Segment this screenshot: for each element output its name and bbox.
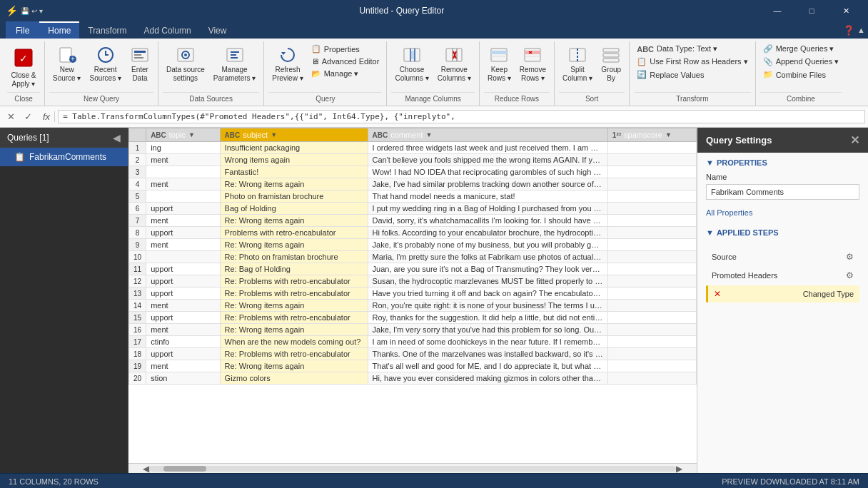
table-row[interactable]: 11upportRe: Bag of HoldingJuan, are you … bbox=[129, 263, 697, 275]
tab-transform[interactable]: Transform bbox=[79, 21, 135, 39]
data-type-button[interactable]: ABC Data Type: Text ▾ bbox=[634, 43, 750, 55]
close-apply-button[interactable]: ✓ Close &Apply ▾ bbox=[7, 43, 40, 91]
col-header-spamscore[interactable]: 1²³ spamscore ▼ bbox=[607, 128, 696, 142]
step-promoted-headers[interactable]: Promoted Headers ⚙ bbox=[706, 267, 859, 284]
properties-button[interactable]: 📋 Properties bbox=[308, 43, 383, 55]
scroll-right-arrow[interactable]: ▶ bbox=[676, 464, 682, 474]
formula-input[interactable] bbox=[58, 110, 865, 123]
spamscore-dropdown-icon[interactable]: ▼ bbox=[665, 131, 672, 138]
scrollbar-thumb[interactable] bbox=[163, 466, 206, 472]
split-column-button[interactable]: SplitColumn ▾ bbox=[559, 43, 596, 85]
append-queries-button[interactable]: 📎 Append Queries ▾ bbox=[760, 56, 842, 68]
tab-view[interactable]: View bbox=[200, 21, 236, 39]
all-properties-link[interactable]: All Properties bbox=[706, 208, 752, 217]
step-error-icon: ✕ bbox=[714, 289, 721, 299]
keep-rows-button[interactable]: KeepRows ▾ bbox=[484, 43, 515, 85]
table-row[interactable]: 14mentRe: Wrong items againRon, you're q… bbox=[129, 300, 697, 312]
table-row[interactable]: 4mentRe: Wrong items againJake, I've had… bbox=[129, 178, 697, 190]
table-row[interactable]: 3Fantastic!Wow! I had NO IDEA that recip… bbox=[129, 166, 697, 178]
col-header-subject[interactable]: ABC subject ▼ bbox=[220, 128, 368, 142]
formula-confirm-button[interactable]: ✓ bbox=[20, 109, 36, 125]
table-row[interactable]: 2mentWrong items againCan't believe you … bbox=[129, 154, 697, 166]
table-row[interactable]: 7mentRe: Wrong items againDavid, sorry, … bbox=[129, 215, 697, 227]
new-source-button[interactable]: + NewSource ▾ bbox=[49, 43, 84, 85]
topic-dropdown-icon[interactable]: ▼ bbox=[188, 131, 195, 138]
cell-subject: Problems with retro-encabulator bbox=[220, 227, 368, 239]
horizontal-scrollbar[interactable]: ◀ ▶ bbox=[128, 463, 697, 473]
table-row[interactable]: 15upportRe: Problems with retro-encabula… bbox=[129, 312, 697, 324]
use-first-row-button[interactable]: 📋 Use First Row as Headers ▾ bbox=[634, 56, 750, 68]
settings-close-button[interactable]: ✕ bbox=[850, 133, 859, 147]
table-row[interactable]: 10Re: Photo on framistan brochureMaria, … bbox=[129, 251, 697, 263]
cell-subject: Re: Wrong items again bbox=[220, 178, 368, 190]
cell-spamscore bbox=[607, 203, 696, 215]
subject-dropdown-icon[interactable]: ▼ bbox=[271, 131, 277, 138]
queries-collapse-button[interactable]: ◀ bbox=[113, 132, 121, 143]
cell-spamscore bbox=[607, 336, 696, 348]
cell-spamscore bbox=[607, 227, 696, 239]
advanced-editor-button[interactable]: 🖥 Advanced Editor bbox=[308, 56, 383, 67]
table-row[interactable]: 6upportBag of HoldingI put my wedding ri… bbox=[129, 203, 697, 215]
help-icon[interactable]: ❓ bbox=[843, 25, 854, 36]
table-row[interactable]: 19mentRe: Wrong items againThat's all we… bbox=[129, 360, 697, 372]
table-row[interactable]: 18upportRe: Problems with retro-encabula… bbox=[129, 348, 697, 360]
col-header-comment[interactable]: ABC comment ▼ bbox=[368, 128, 607, 142]
collapse-properties-icon[interactable]: ▼ bbox=[706, 158, 714, 167]
table-row[interactable]: 17ctinfoWhen are the new models coming o… bbox=[129, 336, 697, 348]
table-row[interactable]: 20stionGizmo colorsHi, have you ever con… bbox=[129, 372, 697, 385]
formula-cancel-button[interactable]: ✕ bbox=[3, 109, 19, 125]
scroll-left-arrow[interactable]: ◀ bbox=[143, 464, 149, 474]
remove-columns-button[interactable]: RemoveColumns ▾ bbox=[434, 43, 475, 85]
cell-subject: Re: Problems with retro-encabulator bbox=[220, 348, 368, 360]
manage-parameters-button[interactable]: ManageParameters ▾ bbox=[210, 43, 259, 85]
tab-file[interactable]: File bbox=[6, 21, 39, 39]
table-row[interactable]: 1ingInsufficient packagingI ordered thre… bbox=[129, 142, 697, 154]
replace-values-button[interactable]: 🔄 Replace Values bbox=[634, 68, 750, 81]
table-row[interactable]: 12upportRe: Problems with retro-encabula… bbox=[129, 275, 697, 288]
table-row[interactable]: 8upportProblems with retro-encabulatorHi… bbox=[129, 227, 697, 239]
data-table-container[interactable]: ABC topic ▼ ABC subject ▼ bbox=[128, 128, 697, 463]
step-promoted-headers-gear[interactable]: ⚙ bbox=[846, 270, 854, 280]
table-row[interactable]: 13upportRe: Problems with retro-encabula… bbox=[129, 288, 697, 300]
manage-button[interactable]: 📂 Manage ▾ bbox=[308, 68, 383, 80]
cell-subject: Bag of Holding bbox=[220, 203, 368, 215]
data-type-icon: ABC bbox=[637, 45, 654, 54]
cell-comment: I put my wedding ring in a Bag of Holdin… bbox=[368, 203, 607, 215]
svg-rect-40 bbox=[603, 59, 619, 62]
query-item-fabrikam[interactable]: 📋 FabrikamComments bbox=[0, 148, 128, 166]
manage-parameters-label: ManageParameters ▾ bbox=[213, 66, 256, 83]
refresh-preview-button[interactable]: RefreshPreview ▾ bbox=[268, 43, 306, 85]
query-name-input[interactable] bbox=[706, 184, 859, 200]
enter-data-button[interactable]: EnterData bbox=[126, 43, 153, 85]
group-by-button[interactable]: GroupBy bbox=[597, 43, 625, 85]
collapse-ribbon[interactable]: ▲ bbox=[857, 26, 865, 34]
step-source[interactable]: Source ⚙ bbox=[706, 248, 859, 265]
step-source-gear[interactable]: ⚙ bbox=[846, 252, 854, 262]
combine-files-button[interactable]: 📁 Combine Files bbox=[760, 68, 842, 81]
merge-queries-button[interactable]: 🔗 Merge Queries ▾ bbox=[760, 43, 842, 55]
recent-sources-button[interactable]: RecentSources ▾ bbox=[86, 43, 124, 85]
choose-columns-button[interactable]: ChooseColumns ▾ bbox=[391, 43, 432, 85]
data-source-settings-button[interactable]: Data sourcesettings bbox=[163, 43, 208, 85]
manage-columns-group-label: Manage Columns bbox=[391, 92, 475, 104]
svg-rect-28 bbox=[491, 49, 507, 61]
step-changed-type[interactable]: ✕ Changed Type bbox=[706, 285, 859, 303]
maximize-button[interactable]: □ bbox=[795, 0, 828, 21]
remove-rows-button[interactable]: RemoveRows ▾ bbox=[516, 43, 550, 85]
tab-add-column[interactable]: Add Column bbox=[136, 21, 200, 39]
table-row[interactable]: 5Photo on framistan brochureThat hand mo… bbox=[129, 190, 697, 203]
cell-subject: Re: Wrong items again bbox=[220, 300, 368, 312]
table-row[interactable]: 16mentRe: Wrong items againJake, I'm ver… bbox=[129, 324, 697, 336]
close-button[interactable]: ✕ bbox=[829, 0, 862, 21]
col-header-topic[interactable]: ABC topic ▼ bbox=[146, 128, 220, 142]
reduce-rows-group-label: Reduce Rows bbox=[484, 92, 550, 104]
cell-topic bbox=[146, 251, 220, 263]
scrollbar-track[interactable] bbox=[149, 466, 676, 472]
comment-dropdown-icon[interactable]: ▼ bbox=[425, 131, 432, 138]
data-source-settings-label: Data sourcesettings bbox=[166, 66, 205, 83]
cell-subject: Gizmo colors bbox=[220, 372, 368, 385]
table-row[interactable]: 9mentRe: Wrong items againJake, it's pro… bbox=[129, 239, 697, 251]
minimize-button[interactable]: — bbox=[761, 0, 794, 21]
tab-home[interactable]: Home bbox=[39, 21, 79, 39]
collapse-steps-icon[interactable]: ▼ bbox=[706, 228, 714, 237]
